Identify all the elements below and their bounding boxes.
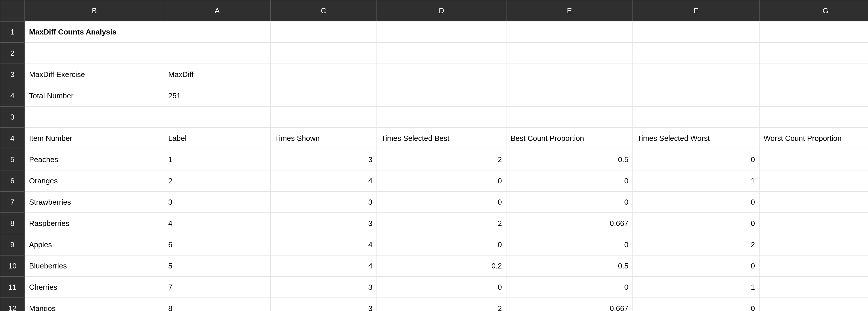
- cell-times-worst[interactable]: 1: [633, 170, 759, 192]
- cell-header-item-number[interactable]: Item Number: [25, 128, 164, 149]
- cell-header-times-best[interactable]: Times Selected Best: [377, 128, 506, 149]
- row-header[interactable]: 12: [0, 298, 25, 311]
- cell-item-label[interactable]: 8: [164, 298, 270, 311]
- row-header[interactable]: 9: [0, 234, 25, 255]
- cell-item-label[interactable]: 3: [164, 192, 270, 213]
- cell[interactable]: [164, 42, 270, 64]
- cell-times-worst[interactable]: 0: [633, 149, 759, 170]
- cell-times-worst[interactable]: 0: [633, 192, 759, 213]
- row-header[interactable]: 3: [0, 64, 25, 85]
- cell[interactable]: [270, 106, 377, 128]
- cell-total-label[interactable]: Total Number: [25, 85, 164, 106]
- cell[interactable]: [377, 64, 506, 85]
- cell-total-value[interactable]: 251: [164, 85, 270, 106]
- cell-times-worst[interactable]: 2: [633, 234, 759, 255]
- cell-item-name[interactable]: Cherries: [25, 277, 164, 298]
- cell[interactable]: [270, 85, 377, 106]
- cell-times-best[interactable]: 0: [377, 234, 506, 255]
- cell-item-label[interactable]: 1: [164, 149, 270, 170]
- cell[interactable]: [25, 106, 164, 128]
- cell-best-prop[interactable]: 0.667: [506, 298, 633, 311]
- cell-worst-prop[interactable]: 0: [759, 213, 868, 234]
- cell-item-label[interactable]: 4: [164, 213, 270, 234]
- cell-exercise-label[interactable]: MaxDiff Exercise: [25, 64, 164, 85]
- cell-item-name[interactable]: Raspberries: [25, 213, 164, 234]
- cell-best-prop[interactable]: 0.5: [506, 255, 633, 277]
- cell-item-name[interactable]: Mangos: [25, 298, 164, 311]
- cell-times-shown[interactable]: 3: [270, 277, 377, 298]
- cell-times-shown[interactable]: 4: [270, 255, 377, 277]
- cell-times-best[interactable]: 2: [377, 149, 506, 170]
- cell[interactable]: [506, 85, 633, 106]
- cell-header-label[interactable]: Label: [164, 128, 270, 149]
- corner-cell[interactable]: [0, 0, 25, 21]
- cell-best-prop[interactable]: 0: [506, 234, 633, 255]
- cell[interactable]: [377, 85, 506, 106]
- cell-times-best[interactable]: 0: [377, 277, 506, 298]
- cell[interactable]: [759, 42, 868, 64]
- cell[interactable]: [633, 42, 759, 64]
- cell-item-label[interactable]: 2: [164, 170, 270, 192]
- cell[interactable]: [759, 85, 868, 106]
- cell[interactable]: [506, 106, 633, 128]
- cell-item-name[interactable]: Oranges: [25, 170, 164, 192]
- cell-times-worst[interactable]: 0: [633, 298, 759, 311]
- cell-best-prop[interactable]: 0: [506, 277, 633, 298]
- row-header[interactable]: 3: [0, 106, 25, 128]
- row-header[interactable]: 6: [0, 170, 25, 192]
- row-header[interactable]: 4: [0, 128, 25, 149]
- cell[interactable]: [270, 21, 377, 42]
- cell-worst-prop[interactable]: 0: [759, 298, 868, 311]
- cell-times-best[interactable]: 0: [377, 170, 506, 192]
- cell-times-best[interactable]: 2: [377, 213, 506, 234]
- cell-best-prop[interactable]: 0: [506, 192, 633, 213]
- cell-item-name[interactable]: Peaches: [25, 149, 164, 170]
- col-header-G[interactable]: G: [759, 0, 868, 21]
- cell-times-worst[interactable]: 0: [633, 255, 759, 277]
- row-header[interactable]: 7: [0, 192, 25, 213]
- cell-title[interactable]: MaxDiff Counts Analysis: [25, 21, 164, 42]
- cell[interactable]: [633, 106, 759, 128]
- cell-times-shown[interactable]: 3: [270, 213, 377, 234]
- cell-worst-prop[interactable]: 0: [759, 192, 868, 213]
- cell-best-prop[interactable]: 0: [506, 170, 633, 192]
- cell-header-times-shown[interactable]: Times Shown: [270, 128, 377, 149]
- cell[interactable]: [270, 42, 377, 64]
- cell-times-shown[interactable]: 3: [270, 298, 377, 311]
- cell-header-times-worst[interactable]: Times Selected Worst: [633, 128, 759, 149]
- col-header-A[interactable]: A: [164, 0, 270, 21]
- cell[interactable]: [164, 106, 270, 128]
- cell-worst-prop[interactable]: 0: [759, 255, 868, 277]
- cell[interactable]: [633, 21, 759, 42]
- cell[interactable]: [270, 64, 377, 85]
- cell-header-worst-prop[interactable]: Worst Count Proportion: [759, 128, 868, 149]
- cell-worst-prop[interactable]: 0: [759, 149, 868, 170]
- cell[interactable]: [633, 85, 759, 106]
- cell[interactable]: [759, 21, 868, 42]
- row-header[interactable]: 5: [0, 149, 25, 170]
- cell-item-label[interactable]: 6: [164, 234, 270, 255]
- cell-times-best[interactable]: 2: [377, 298, 506, 311]
- row-header[interactable]: 2: [0, 42, 25, 64]
- cell-item-name[interactable]: Apples: [25, 234, 164, 255]
- cell-exercise-value[interactable]: MaxDiff: [164, 64, 270, 85]
- row-header[interactable]: 4: [0, 85, 25, 106]
- cell-header-best-prop[interactable]: Best Count Proportion: [506, 128, 633, 149]
- cell-best-prop[interactable]: 0.667: [506, 213, 633, 234]
- cell-item-name[interactable]: Strawberries: [25, 192, 164, 213]
- cell[interactable]: [377, 106, 506, 128]
- cell-times-best[interactable]: 0: [377, 192, 506, 213]
- cell[interactable]: [506, 21, 633, 42]
- cell[interactable]: [506, 42, 633, 64]
- cell[interactable]: [377, 21, 506, 42]
- cell[interactable]: [377, 42, 506, 64]
- col-header-F[interactable]: F: [633, 0, 759, 21]
- cell-item-name[interactable]: Blueberries: [25, 255, 164, 277]
- cell-best-prop[interactable]: 0.5: [506, 149, 633, 170]
- cell-times-shown[interactable]: 4: [270, 170, 377, 192]
- cell-times-worst[interactable]: 1: [633, 277, 759, 298]
- cell-item-label[interactable]: 7: [164, 277, 270, 298]
- cell[interactable]: [633, 64, 759, 85]
- row-header[interactable]: 10: [0, 255, 25, 277]
- cell-item-label[interactable]: 5: [164, 255, 270, 277]
